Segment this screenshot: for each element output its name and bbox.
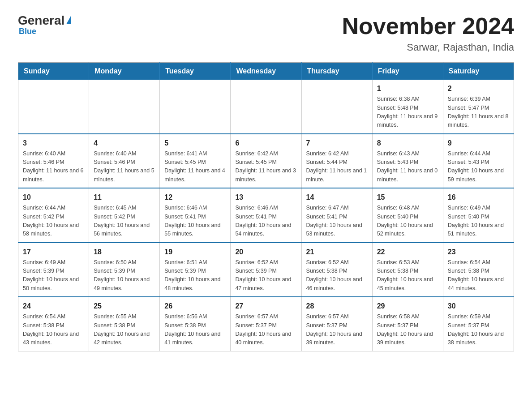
day-info: Sunrise: 6:44 AM Sunset: 5:42 PM Dayligh… bbox=[23, 204, 84, 239]
month-title: November 2024 bbox=[342, 13, 514, 39]
calendar-title-area: November 2024 Sarwar, Rajasthan, India bbox=[342, 13, 514, 53]
calendar-week-row: 10Sunrise: 6:44 AM Sunset: 5:42 PM Dayli… bbox=[18, 188, 514, 243]
day-number: 13 bbox=[235, 192, 296, 203]
calendar-cell: 4Sunrise: 6:40 AM Sunset: 5:46 PM Daylig… bbox=[89, 134, 160, 188]
calendar-cell: 16Sunrise: 6:49 AM Sunset: 5:40 PM Dayli… bbox=[443, 188, 514, 243]
calendar-table: SundayMondayTuesdayWednesdayThursdayFrid… bbox=[18, 62, 514, 351]
day-number: 19 bbox=[164, 247, 226, 257]
day-number: 4 bbox=[94, 138, 155, 149]
day-info: Sunrise: 6:39 AM Sunset: 5:47 PM Dayligh… bbox=[448, 95, 509, 130]
day-number: 5 bbox=[164, 138, 226, 149]
calendar-cell: 30Sunrise: 6:59 AM Sunset: 5:37 PM Dayli… bbox=[443, 297, 514, 351]
location-subtitle: Sarwar, Rajasthan, India bbox=[342, 42, 514, 53]
calendar-cell: 2Sunrise: 6:39 AM Sunset: 5:47 PM Daylig… bbox=[443, 80, 514, 134]
day-number: 14 bbox=[306, 192, 368, 203]
day-info: Sunrise: 6:43 AM Sunset: 5:43 PM Dayligh… bbox=[377, 150, 438, 184]
day-info: Sunrise: 6:42 AM Sunset: 5:45 PM Dayligh… bbox=[235, 150, 296, 184]
day-info: Sunrise: 6:57 AM Sunset: 5:37 PM Dayligh… bbox=[235, 313, 296, 347]
calendar-week-row: 3Sunrise: 6:40 AM Sunset: 5:46 PM Daylig… bbox=[18, 134, 514, 188]
weekday-header-wednesday: Wednesday bbox=[231, 63, 301, 80]
calendar-cell: 21Sunrise: 6:52 AM Sunset: 5:38 PM Dayli… bbox=[301, 243, 372, 297]
day-number: 27 bbox=[235, 301, 296, 312]
day-info: Sunrise: 6:57 AM Sunset: 5:37 PM Dayligh… bbox=[306, 313, 368, 347]
weekday-header-sunday: Sunday bbox=[18, 63, 89, 80]
weekday-header-thursday: Thursday bbox=[301, 63, 372, 80]
day-number: 16 bbox=[448, 192, 509, 203]
calendar-header: SundayMondayTuesdayWednesdayThursdayFrid… bbox=[18, 63, 514, 80]
calendar-cell: 9Sunrise: 6:44 AM Sunset: 5:43 PM Daylig… bbox=[443, 134, 514, 188]
logo-general-text: General bbox=[18, 13, 64, 28]
day-number: 9 bbox=[448, 138, 509, 149]
day-number: 22 bbox=[377, 247, 438, 257]
weekday-header-tuesday: Tuesday bbox=[160, 63, 231, 80]
calendar-cell: 10Sunrise: 6:44 AM Sunset: 5:42 PM Dayli… bbox=[18, 188, 89, 243]
day-number: 1 bbox=[377, 83, 438, 94]
calendar-cell: 1Sunrise: 6:38 AM Sunset: 5:48 PM Daylig… bbox=[372, 80, 443, 134]
day-number: 30 bbox=[448, 301, 509, 312]
calendar-cell: 24Sunrise: 6:54 AM Sunset: 5:38 PM Dayli… bbox=[18, 297, 89, 351]
calendar-cell: 12Sunrise: 6:46 AM Sunset: 5:41 PM Dayli… bbox=[160, 188, 231, 243]
weekday-header-friday: Friday bbox=[372, 63, 443, 80]
calendar-cell: 6Sunrise: 6:42 AM Sunset: 5:45 PM Daylig… bbox=[231, 134, 301, 188]
day-info: Sunrise: 6:58 AM Sunset: 5:37 PM Dayligh… bbox=[377, 313, 438, 347]
calendar-cell: 5Sunrise: 6:41 AM Sunset: 5:45 PM Daylig… bbox=[160, 134, 231, 188]
day-info: Sunrise: 6:48 AM Sunset: 5:40 PM Dayligh… bbox=[377, 204, 438, 239]
day-number: 24 bbox=[23, 301, 84, 312]
calendar-cell bbox=[160, 80, 231, 134]
day-number: 20 bbox=[235, 247, 296, 257]
logo-wordmark: General bbox=[18, 13, 71, 28]
day-info: Sunrise: 6:47 AM Sunset: 5:41 PM Dayligh… bbox=[306, 204, 368, 239]
day-number: 2 bbox=[448, 83, 509, 94]
weekday-header-row: SundayMondayTuesdayWednesdayThursdayFrid… bbox=[18, 63, 514, 80]
day-info: Sunrise: 6:40 AM Sunset: 5:46 PM Dayligh… bbox=[94, 150, 155, 184]
day-number: 10 bbox=[23, 192, 84, 203]
calendar-cell bbox=[18, 80, 89, 134]
weekday-header-saturday: Saturday bbox=[443, 63, 514, 80]
day-number: 25 bbox=[94, 301, 155, 312]
day-number: 11 bbox=[94, 192, 155, 203]
day-info: Sunrise: 6:49 AM Sunset: 5:39 PM Dayligh… bbox=[23, 258, 84, 293]
calendar-cell: 14Sunrise: 6:47 AM Sunset: 5:41 PM Dayli… bbox=[301, 188, 372, 243]
day-number: 3 bbox=[23, 138, 84, 149]
calendar-cell: 26Sunrise: 6:56 AM Sunset: 5:38 PM Dayli… bbox=[160, 297, 231, 351]
day-number: 28 bbox=[306, 301, 368, 312]
calendar-week-row: 24Sunrise: 6:54 AM Sunset: 5:38 PM Dayli… bbox=[18, 297, 514, 351]
day-info: Sunrise: 6:46 AM Sunset: 5:41 PM Dayligh… bbox=[164, 204, 226, 239]
calendar-cell: 8Sunrise: 6:43 AM Sunset: 5:43 PM Daylig… bbox=[372, 134, 443, 188]
day-number: 29 bbox=[377, 301, 438, 312]
day-info: Sunrise: 6:55 AM Sunset: 5:38 PM Dayligh… bbox=[94, 313, 155, 347]
day-info: Sunrise: 6:44 AM Sunset: 5:43 PM Dayligh… bbox=[448, 150, 509, 184]
day-number: 26 bbox=[164, 301, 226, 312]
day-number: 18 bbox=[94, 247, 155, 257]
calendar-cell: 19Sunrise: 6:51 AM Sunset: 5:39 PM Dayli… bbox=[160, 243, 231, 297]
calendar-cell: 27Sunrise: 6:57 AM Sunset: 5:37 PM Dayli… bbox=[231, 297, 301, 351]
calendar-cell: 18Sunrise: 6:50 AM Sunset: 5:39 PM Dayli… bbox=[89, 243, 160, 297]
day-info: Sunrise: 6:45 AM Sunset: 5:42 PM Dayligh… bbox=[94, 204, 155, 239]
calendar-week-row: 1Sunrise: 6:38 AM Sunset: 5:48 PM Daylig… bbox=[18, 80, 514, 134]
logo-triangle-icon bbox=[66, 16, 71, 24]
day-number: 7 bbox=[306, 138, 368, 149]
weekday-header-monday: Monday bbox=[89, 63, 160, 80]
calendar-cell: 28Sunrise: 6:57 AM Sunset: 5:37 PM Dayli… bbox=[301, 297, 372, 351]
day-info: Sunrise: 6:53 AM Sunset: 5:38 PM Dayligh… bbox=[377, 258, 438, 293]
day-info: Sunrise: 6:42 AM Sunset: 5:44 PM Dayligh… bbox=[306, 150, 368, 184]
day-number: 15 bbox=[377, 192, 438, 203]
day-info: Sunrise: 6:52 AM Sunset: 5:39 PM Dayligh… bbox=[235, 258, 296, 293]
day-info: Sunrise: 6:38 AM Sunset: 5:48 PM Dayligh… bbox=[377, 95, 438, 130]
calendar-cell: 23Sunrise: 6:54 AM Sunset: 5:38 PM Dayli… bbox=[443, 243, 514, 297]
logo-blue-text: Blue bbox=[18, 27, 36, 36]
day-info: Sunrise: 6:54 AM Sunset: 5:38 PM Dayligh… bbox=[23, 313, 84, 347]
day-number: 6 bbox=[235, 138, 296, 149]
day-number: 21 bbox=[306, 247, 368, 257]
page-header: General Blue November 2024 Sarwar, Rajas… bbox=[18, 13, 514, 53]
day-info: Sunrise: 6:40 AM Sunset: 5:46 PM Dayligh… bbox=[23, 150, 84, 184]
day-info: Sunrise: 6:41 AM Sunset: 5:45 PM Dayligh… bbox=[164, 150, 226, 184]
calendar-cell: 29Sunrise: 6:58 AM Sunset: 5:37 PM Dayli… bbox=[372, 297, 443, 351]
day-info: Sunrise: 6:52 AM Sunset: 5:38 PM Dayligh… bbox=[306, 258, 368, 293]
calendar-cell: 7Sunrise: 6:42 AM Sunset: 5:44 PM Daylig… bbox=[301, 134, 372, 188]
day-info: Sunrise: 6:49 AM Sunset: 5:40 PM Dayligh… bbox=[448, 204, 509, 239]
calendar-cell: 17Sunrise: 6:49 AM Sunset: 5:39 PM Dayli… bbox=[18, 243, 89, 297]
day-info: Sunrise: 6:59 AM Sunset: 5:37 PM Dayligh… bbox=[448, 313, 509, 347]
calendar-cell: 15Sunrise: 6:48 AM Sunset: 5:40 PM Dayli… bbox=[372, 188, 443, 243]
day-info: Sunrise: 6:51 AM Sunset: 5:39 PM Dayligh… bbox=[164, 258, 226, 293]
